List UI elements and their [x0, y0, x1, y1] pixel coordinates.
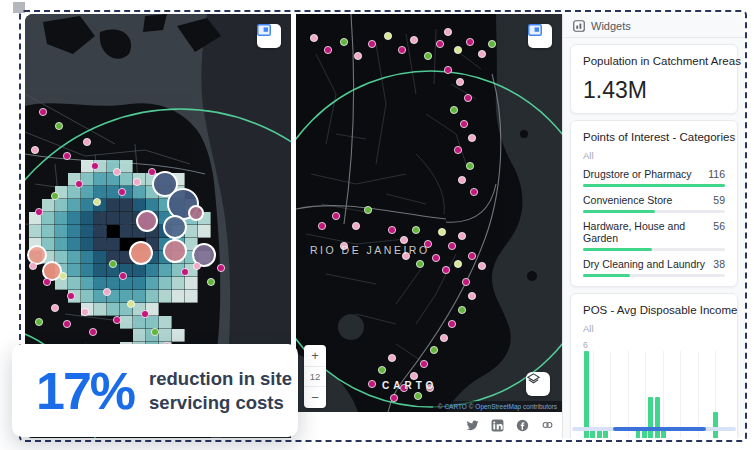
poi-count: 38 — [713, 258, 725, 270]
y-axis-max-label: 6 — [583, 340, 588, 350]
poi-bar-fill — [583, 248, 652, 251]
window-icon — [528, 24, 542, 36]
poi-count: 56 — [713, 220, 725, 232]
attr-link-osm[interactable]: OpenStreetMap — [475, 403, 521, 410]
poi-category-row[interactable]: Dry Cleaning and Laundry38 — [583, 251, 725, 277]
poi-label: Drugstore or Pharmacy — [583, 168, 692, 180]
share-bar — [296, 412, 562, 438]
filter-state-label: All — [583, 150, 725, 161]
poi-count: 116 — [708, 168, 725, 180]
poi-bar-track — [583, 184, 725, 187]
right-map-art — [296, 14, 562, 412]
widgets-sidebar: Widgets Population in Catchment Areas 1.… — [562, 14, 745, 438]
poi-bar-track — [583, 274, 725, 277]
poi-count: 59 — [713, 194, 725, 206]
attr-suffix: contributors — [523, 403, 557, 410]
poi-bar-track — [583, 248, 725, 251]
map-attribution: © CARTO © OpenStreetMap contributors — [433, 401, 562, 412]
widgets-icon — [573, 20, 585, 32]
histogram-plot — [584, 351, 724, 438]
poi-bar-fill — [583, 210, 655, 213]
widget-title: Population in Catchment Areas — [583, 55, 725, 67]
poi-category-row[interactable]: Hardware, House and Garden56 — [583, 213, 725, 251]
basemap-selector-button[interactable] — [526, 372, 550, 396]
map-window-button-left[interactable] — [257, 24, 281, 48]
histogram-bar[interactable] — [713, 412, 718, 438]
stat-callout-card: 17% reduction in site servicing costs — [12, 344, 298, 437]
poi-category-row[interactable]: Drugstore or Pharmacy116 — [583, 161, 725, 187]
poi-label: Hardware, House and Garden — [583, 220, 713, 244]
poi-bar-fill — [583, 184, 725, 187]
widget-title: POS - Avg Disposable Income — [583, 304, 725, 316]
poi-bar-track — [583, 210, 725, 213]
twitter-icon[interactable] — [466, 419, 479, 432]
city-label: RIO DE JANEIRO — [310, 244, 430, 256]
widgets-title: Widgets — [591, 20, 631, 32]
stat-description: reduction in site servicing costs — [149, 367, 298, 414]
horizontal-scrollbar[interactable] — [572, 427, 736, 431]
basemap-column: RIO DE JANEIRO CARTO © CARTO © OpenStree… — [296, 14, 562, 438]
zoom-level: 12 — [304, 366, 326, 387]
widgets-list: Population in Catchment Areas 1.43M Poin… — [563, 38, 745, 438]
filter-state-label: All — [583, 323, 725, 334]
marketing-canvas: RIO DE JANEIRO CARTO © CARTO © OpenStree… — [0, 0, 754, 450]
histogram-bar[interactable] — [648, 397, 653, 439]
poi-category-list: Drugstore or Pharmacy116Convenience Stor… — [583, 161, 725, 277]
window-icon — [257, 24, 271, 36]
city-poi-map[interactable]: RIO DE JANEIRO CARTO © CARTO © OpenStree… — [296, 14, 562, 412]
copy-link-icon[interactable] — [541, 419, 554, 432]
linkedin-icon[interactable] — [491, 419, 504, 432]
poi-categories-widget: Points of Interest - Categories All Drug… — [570, 120, 738, 287]
histogram-bar[interactable] — [584, 351, 589, 438]
zoom-control: + 12 − — [304, 345, 326, 408]
zoom-out-button[interactable]: − — [304, 387, 326, 408]
widget-title: Points of Interest - Categories — [583, 131, 725, 143]
histogram-bar[interactable] — [655, 397, 660, 439]
poi-category-row[interactable]: Convenience Store59 — [583, 187, 725, 213]
scrollbar-thumb[interactable] — [613, 427, 706, 431]
population-value: 1.43M — [583, 77, 725, 104]
zoom-in-button[interactable]: + — [304, 345, 326, 366]
facebook-icon[interactable] — [516, 419, 529, 432]
poi-bar-fill — [583, 274, 630, 277]
map-window-button-right[interactable] — [528, 24, 552, 48]
population-widget: Population in Catchment Areas 1.43M — [570, 44, 738, 114]
stat-value: 17% — [36, 361, 134, 421]
attr-copy-1: © — [438, 403, 443, 410]
attr-link-carto[interactable]: CARTO — [444, 403, 467, 410]
poi-label: Dry Cleaning and Laundry — [583, 258, 705, 270]
histogram-bars — [584, 351, 724, 438]
layers-icon — [526, 372, 541, 387]
poi-label: Convenience Store — [583, 194, 672, 206]
widgets-header: Widgets — [563, 14, 745, 38]
income-histogram-widget: POS - Avg Disposable Income All 6 12k142… — [570, 293, 738, 438]
attr-copy-2: © — [469, 403, 474, 410]
income-histogram: 6 12k142k247k351k455k559k663k768k — [583, 340, 725, 438]
carto-watermark: CARTO — [382, 380, 437, 391]
